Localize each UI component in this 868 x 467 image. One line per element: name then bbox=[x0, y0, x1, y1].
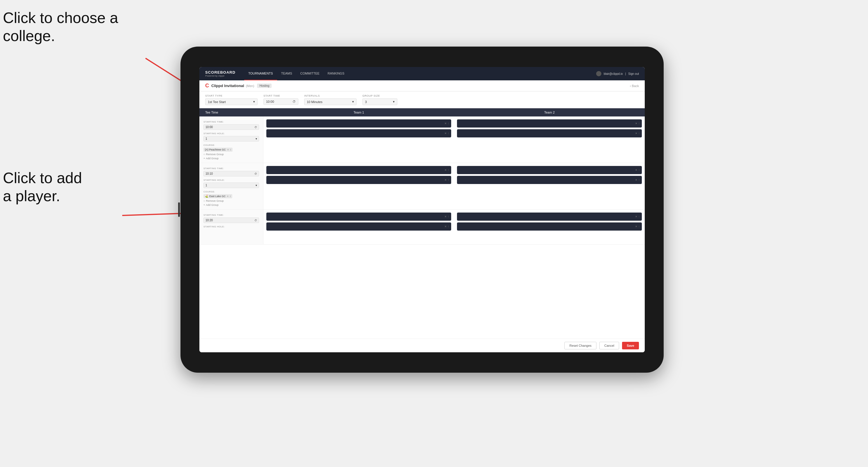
group-size-group: Group Size 3 ▾ bbox=[362, 94, 397, 105]
player-slot[interactable]: ✕ ⁝ bbox=[266, 176, 451, 184]
col-team1: Team 1 bbox=[264, 111, 454, 114]
nav-committee[interactable]: COMMITTEE bbox=[296, 67, 324, 80]
close-icon[interactable]: ✕ bbox=[635, 179, 638, 181]
starting-hole-input-2[interactable]: 1 ▾ bbox=[204, 183, 259, 188]
dots-icon[interactable]: ⁝ bbox=[639, 168, 640, 172]
player-slot[interactable]: ✕ ⁝ bbox=[457, 129, 642, 137]
reset-button[interactable]: Reset Changes bbox=[564, 342, 596, 349]
close-icon[interactable]: ✕ bbox=[635, 215, 638, 218]
table-header: Tee Time Team 1 Team 2 bbox=[199, 108, 645, 117]
player-slot[interactable]: ✕ ⁝ bbox=[457, 176, 642, 184]
close-icon[interactable]: ✕ bbox=[444, 225, 447, 228]
table-row: STARTING TIME: 10:20 ⏱ STARTING HOLE: ✕ … bbox=[199, 210, 645, 245]
dots-icon[interactable]: ⁝ bbox=[448, 132, 449, 135]
remove-course-icon-1[interactable]: ✕ bbox=[227, 149, 229, 151]
brand-title: SCOREBOARD bbox=[205, 70, 236, 74]
player-slot[interactable]: ✕ ⁝ bbox=[457, 222, 642, 230]
remove-course-icon-2[interactable]: ✕ bbox=[227, 195, 229, 198]
start-time-group: Start Time 10:00 ⏱ bbox=[264, 94, 298, 105]
user-email: blair@clippd.io bbox=[604, 72, 623, 75]
nav-tournaments[interactable]: TOURNAMENTS bbox=[244, 67, 277, 80]
player-slot[interactable]: ✕ ⁝ bbox=[266, 222, 451, 230]
dots-icon[interactable]: ⁝ bbox=[639, 215, 640, 218]
group-size-label: Group Size bbox=[362, 94, 397, 97]
course-tag-2[interactable]: ⛳ East Lake GC ✕ ⁝ bbox=[204, 194, 232, 198]
group-size-select[interactable]: 3 ▾ bbox=[362, 98, 397, 105]
tournament-name: Clippd Invitational bbox=[211, 84, 244, 88]
dots-icon[interactable]: ⁝ bbox=[448, 179, 449, 181]
close-icon[interactable]: ✕ bbox=[444, 179, 447, 181]
starting-time-input-3[interactable]: 10:20 ⏱ bbox=[204, 217, 259, 223]
back-button[interactable]: ‹ Back bbox=[630, 84, 639, 88]
team1-cell-2: ✕ ⁝ ✕ ⁝ bbox=[264, 163, 454, 209]
starting-time-input-2[interactable]: 10:10 ⏱ bbox=[204, 171, 259, 177]
player-slot[interactable]: ✕ ⁝ bbox=[457, 166, 642, 174]
dots-icon[interactable]: ⁝ bbox=[448, 168, 449, 172]
start-time-select[interactable]: 10:00 ⏱ bbox=[264, 98, 298, 105]
player-slot[interactable]: ✕ ⁝ bbox=[457, 119, 642, 127]
close-icon[interactable]: ✕ bbox=[635, 132, 638, 135]
col-team2: Team 2 bbox=[454, 111, 645, 114]
close-icon[interactable]: ✕ bbox=[635, 225, 638, 228]
nav-rankings[interactable]: RANKINGS bbox=[324, 67, 348, 80]
starting-hole-input-1[interactable]: 1 ▾ bbox=[204, 136, 259, 142]
player-slot[interactable]: ✕ ⁝ bbox=[266, 166, 451, 174]
dots-icon[interactable]: ⁝ bbox=[639, 179, 640, 181]
close-icon[interactable]: ✕ bbox=[635, 122, 638, 125]
main-content: STARTING TIME: 10:00 ⏱ STARTING HOLE: 1 … bbox=[199, 117, 645, 339]
dots-icon[interactable]: ⁝ bbox=[448, 215, 449, 218]
clock-icon-3: ⏱ bbox=[254, 219, 257, 222]
dots-icon[interactable]: ⁝ bbox=[448, 122, 449, 125]
nav-links: TOURNAMENTS TEAMS COMMITTEE RANKINGS bbox=[244, 67, 596, 80]
chevron-icon-1: ⁝ bbox=[230, 149, 231, 151]
save-button[interactable]: Save bbox=[622, 342, 639, 349]
player-slot[interactable]: ✕ ⁝ bbox=[266, 129, 451, 137]
player-slot[interactable]: ✕ ⁝ bbox=[457, 213, 642, 221]
player-slot[interactable]: ✕ ⁝ bbox=[266, 119, 451, 127]
team2-cell-3: ✕ ⁝ ✕ ⁝ bbox=[454, 210, 645, 244]
course-field-1: (A) Peachtree GC ✕ ⁝ bbox=[204, 148, 259, 152]
remove-group-link-2[interactable]: ○ Remove Group bbox=[204, 199, 259, 203]
tablet-screen: SCOREBOARD Powered by clippd TOURNAMENTS… bbox=[199, 67, 645, 352]
intervals-select[interactable]: 10 Minutes ▾ bbox=[304, 98, 356, 105]
settings-row: Start Type 1st Tee Start ▾ Start Time 10… bbox=[199, 91, 645, 108]
add-group-link-1[interactable]: + Add Group bbox=[204, 157, 259, 160]
dots-icon[interactable]: ⁝ bbox=[639, 225, 640, 228]
starting-time-label-3: STARTING TIME: bbox=[204, 214, 259, 216]
nav-teams[interactable]: TEAMS bbox=[277, 67, 296, 80]
intervals-group: Intervals 10 Minutes ▾ bbox=[304, 94, 356, 105]
clock-icon-1: ⏱ bbox=[254, 126, 257, 129]
footer-bar: Reset Changes Cancel Save bbox=[199, 339, 645, 352]
team1-cell-3: ✕ ⁝ ✕ ⁝ bbox=[264, 210, 454, 244]
player-slot[interactable]: ✕ ⁝ bbox=[266, 213, 451, 221]
dots-icon[interactable]: ⁝ bbox=[639, 132, 640, 135]
cancel-button[interactable]: Cancel bbox=[599, 342, 619, 349]
dots-icon[interactable]: ⁝ bbox=[448, 225, 449, 228]
close-icon[interactable]: ✕ bbox=[444, 215, 447, 218]
close-icon[interactable]: ✕ bbox=[444, 132, 447, 135]
team1-cell-1: ✕ ⁝ ✕ ⁝ bbox=[264, 117, 454, 163]
minus-icon: ○ bbox=[204, 153, 205, 156]
starting-time-label-2: STARTING TIME: bbox=[204, 167, 259, 170]
remove-group-link-1[interactable]: ○ Remove Group bbox=[204, 153, 259, 156]
slot-icons: ✕ ⁝ bbox=[635, 122, 640, 125]
chevron-down-icon-5: ▾ bbox=[255, 184, 257, 187]
close-icon[interactable]: ✕ bbox=[444, 122, 447, 125]
course-tag-1[interactable]: (A) Peachtree GC ✕ ⁝ bbox=[204, 148, 232, 152]
tablet-side-button bbox=[178, 203, 180, 217]
sign-out-link[interactable]: Sign out bbox=[628, 72, 639, 75]
slot-icons: ✕ ⁝ bbox=[635, 132, 640, 135]
add-group-link-2[interactable]: + Add Group bbox=[204, 204, 259, 207]
close-icon[interactable]: ✕ bbox=[444, 168, 447, 172]
group-left-3: STARTING TIME: 10:20 ⏱ STARTING HOLE: bbox=[199, 210, 264, 244]
start-type-select[interactable]: 1st Tee Start ▾ bbox=[205, 98, 258, 105]
starting-time-input-1[interactable]: 10:00 ⏱ bbox=[204, 124, 259, 130]
minus-icon-2: ○ bbox=[204, 199, 205, 203]
dots-icon[interactable]: ⁝ bbox=[639, 122, 640, 125]
close-icon[interactable]: ✕ bbox=[635, 168, 638, 172]
slot-icons: ✕ ⁝ bbox=[444, 122, 449, 125]
annotation-player: Click to add a player. bbox=[3, 169, 82, 205]
golf-icon: ⛳ bbox=[205, 195, 208, 198]
col-tee-time: Tee Time bbox=[199, 111, 264, 114]
clock-icon: ⏱ bbox=[292, 100, 296, 103]
